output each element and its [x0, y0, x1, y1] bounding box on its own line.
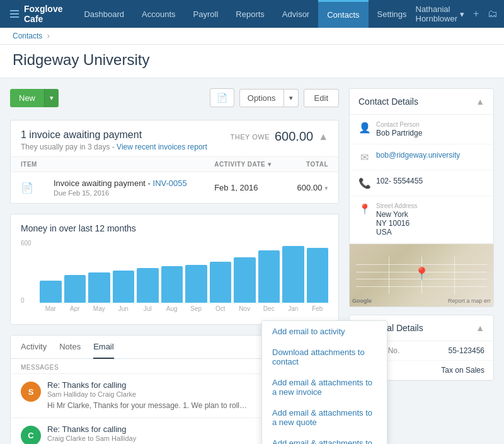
chart-y-min: 0 — [21, 297, 25, 304]
options-caret[interactable]: ▾ — [284, 89, 299, 107]
nav-reports[interactable]: Reports — [227, 0, 273, 28]
contact-person-info: Contact Person Bob Partridge — [376, 121, 484, 137]
invoice-summary: 1 invoice awaiting payment They usually … — [21, 129, 207, 151]
address-label: Street Address — [376, 202, 484, 209]
invoice-link[interactable]: INV-0055 — [153, 178, 187, 188]
user-caret-icon: ▾ — [460, 9, 464, 19]
map-report-label[interactable]: Report a map err — [448, 298, 491, 304]
chart-bar-label: May — [88, 305, 110, 312]
chart-panel: Money in over last 12 months 600 0 MarAp… — [10, 214, 339, 325]
user-name: Nathanial Hornblower — [416, 4, 457, 23]
nav-payroll[interactable]: Payroll — [185, 0, 227, 28]
app-brand[interactable]: Foxglove Cafe — [10, 4, 62, 24]
map-container[interactable]: 📍 Google Report a map err — [350, 243, 493, 307]
page-header: Ridgeway University — [0, 45, 504, 78]
chart-bar-label: Jun — [113, 305, 135, 312]
tab-notes[interactable]: Notes — [59, 336, 81, 359]
chart-bar-label: Sep — [185, 305, 207, 312]
breadcrumb: Contacts › — [0, 28, 504, 45]
contact-email[interactable]: bob@ridgeway.university — [376, 151, 460, 160]
invoice-collapse-icon[interactable]: ▲ — [318, 131, 328, 143]
edit-button[interactable]: Edit — [304, 89, 339, 107]
invoice-report-link[interactable]: View recent invoices report — [117, 143, 207, 151]
avatar-s: S — [21, 382, 41, 402]
fin-account-value: 55-123456 — [449, 346, 484, 355]
chart-bar — [113, 271, 135, 303]
location-icon: 📍 — [358, 203, 370, 215]
folder-icon[interactable]: 🗂 — [488, 8, 498, 20]
address-line3: USA — [376, 228, 484, 237]
contact-details-toggle[interactable]: ▲ — [476, 96, 484, 107]
invoice-owe-label: THEY OWE — [231, 133, 270, 141]
phone-icon: 📞 — [358, 177, 370, 189]
chart-bar-label: Jul — [137, 305, 159, 312]
chart-title: Money in over last 12 months — [21, 223, 328, 233]
hamburger-icon[interactable] — [10, 10, 19, 18]
google-map-label: Google — [352, 298, 372, 304]
breadcrumb-parent[interactable]: Contacts — [13, 32, 42, 40]
top-nav: Foxglove Cafe Dashboard Accounts Payroll… — [0, 0, 504, 28]
chart-bar — [234, 257, 256, 303]
msg-meta: Re: Thanks for calling Sam Halliday to C… — [47, 380, 136, 398]
msg-title: Re: Thanks for calling — [47, 380, 136, 390]
msg-preview: Hi Mr Clarke, Thanks for your message. 1… — [47, 400, 249, 411]
nav-settings[interactable]: Settings — [369, 0, 416, 28]
email-action-dropdown: Add email to activity Download attachmen… — [261, 320, 387, 444]
new-button-caret[interactable]: ▾ — [44, 89, 59, 107]
chart-bar-label: Apr — [64, 305, 86, 312]
plus-icon[interactable]: + — [473, 8, 479, 20]
chart-area: 600 0 MarAprMayJunJulAugSepOctNovDecJanF… — [21, 240, 328, 315]
chart-bar — [64, 275, 86, 303]
document-icon-button[interactable]: 📄 — [210, 88, 234, 107]
breadcrumb-separator: › — [47, 32, 50, 40]
chart-bar — [307, 248, 329, 303]
nav-accounts[interactable]: Accounts — [133, 0, 184, 28]
person-icon: 👤 — [358, 122, 370, 134]
invoice-header: 1 invoice awaiting payment They usually … — [11, 120, 338, 156]
address-line1: New York — [376, 210, 484, 219]
address-line2: NY 10016 — [376, 219, 484, 228]
msg-title: Re: Thanks for calling — [47, 424, 136, 434]
contact-address-info: Street Address New York NY 10016 USA — [376, 202, 484, 237]
invoice-row: 📄 Invoice awaiting payment - INV-0055 Du… — [11, 172, 338, 204]
options-button[interactable]: Options — [239, 89, 284, 107]
chart-bar — [282, 246, 304, 303]
dropdown-add-to-bill[interactable]: Add email & attachments to a new bill — [262, 433, 387, 444]
invoice-subtitle-text: They usually pay in 3 days - — [21, 143, 115, 151]
invoice-amount-area: THEY OWE 600.00 ▲ — [231, 129, 329, 144]
top-nav-right: Nathanial Hornblower ▾ + 🗂 ✉ 🔍 ? — [416, 4, 505, 23]
inv-row-caret[interactable]: ▾ — [324, 184, 328, 192]
contact-person-row: 👤 Contact Person Bob Partridge — [350, 115, 493, 144]
financial-details-toggle[interactable]: ▲ — [476, 323, 484, 333]
dropdown-add-to-invoice[interactable]: Add email & attachments to a new invoice — [262, 372, 387, 402]
contact-phone: 102- 5554455 — [376, 177, 484, 185]
dropdown-add-to-quote[interactable]: Add email & attachments to a new quote — [262, 402, 387, 433]
dropdown-download-attachments[interactable]: Download attachments to contact — [262, 342, 387, 372]
user-menu[interactable]: Nathanial Hornblower ▾ — [416, 4, 464, 23]
chart-bars — [40, 240, 328, 303]
msg-from: Sam Halliday to Craig Clarke — [47, 390, 136, 398]
map-pin-icon: 📍 — [414, 266, 430, 281]
contact-details-header: Contact Details ▲ — [350, 89, 493, 115]
tab-email[interactable]: Email — [93, 336, 114, 359]
nav-contacts[interactable]: Contacts — [318, 0, 368, 28]
email-icon: ✉ — [358, 151, 370, 163]
page-title: Ridgeway University — [13, 51, 491, 69]
msg-from: Craig Clarke to Sam Halliday — [47, 435, 136, 442]
new-button[interactable]: New — [10, 89, 44, 107]
dropdown-add-to-activity[interactable]: Add email to activity — [262, 321, 387, 342]
chart-bar-label: Aug — [161, 305, 183, 312]
nav-advisor[interactable]: Advisor — [273, 0, 318, 28]
contact-person-label: Contact Person — [376, 121, 484, 128]
chart-bar-label: Nov — [234, 305, 256, 312]
chart-bar — [210, 262, 232, 303]
nav-dashboard[interactable]: Dashboard — [75, 0, 133, 28]
invoice-row-title: Invoice awaiting payment - INV-0055 Due … — [43, 172, 204, 204]
invoice-due: Due Feb 15, 2016 — [54, 189, 194, 197]
contact-phone-info: 102- 5554455 — [376, 177, 484, 185]
toolbar-right: 📄 Options ▾ Edit — [210, 88, 339, 107]
map-placeholder: 📍 Google Report a map err — [350, 244, 493, 307]
invoice-panel: 1 invoice awaiting payment They usually … — [10, 120, 339, 204]
tab-activity[interactable]: Activity — [21, 336, 47, 359]
col-total: TOTAL — [285, 157, 338, 172]
